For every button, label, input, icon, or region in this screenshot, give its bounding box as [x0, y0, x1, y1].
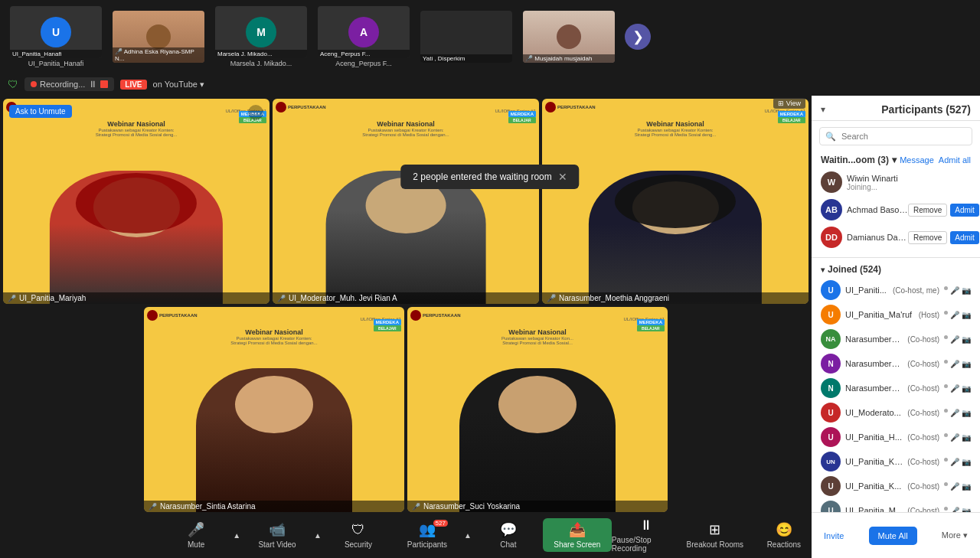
topbar-avatar-4: A: [348, 17, 379, 47]
grid-icon: ⊞: [778, 100, 784, 107]
view-button[interactable]: ⊞ View: [773, 98, 805, 109]
recording-dot: [31, 81, 37, 87]
wb-title-4: Webinar Nasional Pustakawan sebagai Krea…: [144, 328, 404, 345]
admit-btn-3[interactable]: Admit: [950, 231, 979, 244]
topbar-overlay-4: Aceng_Perpus F...: [318, 50, 410, 58]
joined-person-10: U UI_Panitia_M... (Co-host) 🎤 📷: [821, 498, 971, 512]
joined-person-2: U UI_Panitia_Ma'ruf (Host) 🎤 📷: [821, 302, 971, 327]
mute-btn[interactable]: 🎤 Mute: [162, 518, 230, 552]
search-input[interactable]: [819, 127, 972, 145]
joined-avatar-9: U: [821, 476, 841, 496]
webinar-bg-4: PERPUSTAKAAN UL/IOffice Series #1 MERDEK…: [144, 307, 404, 512]
topbar-participant-3: M Marsela J. Mikado... Marsela J. Mikado…: [211, 6, 311, 67]
topbar-overlay-5: Yati , Disperkim: [420, 54, 512, 63]
invite-btn[interactable]: Invite: [824, 531, 844, 540]
remove-btn-2[interactable]: Remove: [908, 204, 947, 217]
joined-role-8: (Co-host): [907, 458, 939, 466]
ask-unmute-btn[interactable]: Ask to Unmute: [9, 105, 72, 118]
reactions-label: Reactions: [767, 540, 801, 549]
ctrl-dot-9: [944, 482, 948, 486]
mute-all-btn[interactable]: Mute All: [869, 527, 917, 545]
chat-btn[interactable]: 💬 Chat: [474, 518, 543, 552]
joined-avatar-3: NA: [821, 329, 841, 349]
remove-btn-3[interactable]: Remove: [908, 231, 947, 244]
youtube-dropdown-icon: ▾: [200, 80, 204, 90]
ctrl-mic-7: 🎤: [950, 433, 959, 442]
topbar-participant-4: A Aceng_Perpus F... Aceng_Perpus F...: [314, 6, 413, 67]
participants-caret[interactable]: ▲: [462, 531, 474, 540]
topbar-participant-6: 🎤 Musjaidah musjaidah: [519, 11, 619, 63]
joined-avatar-4: N: [821, 354, 841, 374]
ctrl-mic-6: 🎤: [950, 409, 959, 417]
joined-person-6: U UI_Moderato... (Co-host) 🎤 📷: [821, 400, 971, 425]
security-icon: 🛡: [351, 522, 365, 538]
mute-caret[interactable]: ▲: [230, 531, 243, 540]
message-btn[interactable]: Message: [900, 155, 934, 165]
close-notification-btn[interactable]: ✕: [558, 171, 567, 183]
tile-mic-icon-5: 🎤: [412, 503, 420, 511]
ctrl-dot-6: [944, 409, 948, 413]
sidebar-collapse-btn[interactable]: ▾: [821, 104, 825, 115]
wb-logo-4: PERPUSTAKAAN: [147, 310, 198, 321]
admit-btn-2[interactable]: Admit: [950, 204, 979, 217]
topbar-next-arrow[interactable]: ❯: [625, 24, 651, 50]
topbar-participant-5: Yati , Disperkim: [416, 11, 516, 63]
video-row-bottom: PERPUSTAKAAN UL/IOffice Series #1 MERDEK…: [3, 307, 808, 512]
webinar-bg-2: PERPUSTAKAAN UL/IOffice Series #1 MERDEK…: [273, 99, 539, 304]
share-screen-btn[interactable]: 📤 Share Screen: [543, 518, 612, 552]
sidebar-title: Participants (527): [881, 103, 971, 116]
ctrl-cam-10: 📷: [962, 507, 971, 513]
stop-icon[interactable]: [100, 80, 108, 88]
joined-chevron[interactable]: ▾: [821, 266, 825, 274]
joined-section: ▾ Joined (524) U UI_Paniti... (Co-host, …: [812, 261, 980, 512]
tile-name-bar-5: 🎤 Narasumber_Suci Yoskarina: [407, 501, 668, 512]
section-divider: [812, 257, 980, 258]
participants-btn[interactable]: 👥 527 Participants: [393, 518, 462, 552]
ctrl-cam-7: 📷: [962, 433, 971, 442]
pause-icon[interactable]: ⏸: [88, 79, 97, 90]
ctrl-cam-5: 📷: [962, 384, 971, 393]
video-btn[interactable]: 📹 Start Video: [243, 518, 312, 552]
joined-name-6: UI_Moderato...: [845, 408, 903, 417]
admit-all-btn[interactable]: Admit all: [939, 155, 971, 165]
joined-controls-9: 🎤 📷: [944, 482, 971, 491]
participants-label: Participants: [407, 540, 447, 549]
wb-title-3: Webinar Nasional Pustakawan sebagai Krea…: [542, 120, 808, 137]
status-bar: 🛡 Recording... ⏸ LIVE on YouTube ▾ 2 peo…: [0, 73, 980, 96]
topbar-video-3: M Marsela J. Mikado...: [215, 6, 307, 58]
video-tile-5: PERPUSTAKAAN UL/IOffice Series #1 MERDEK…: [407, 307, 668, 512]
presenter-5: [459, 368, 616, 512]
topbar-video-5: Yati , Disperkim: [420, 11, 512, 63]
joined-person-9: U UI_Panitia_K... (Co-host) 🎤 📷: [821, 474, 971, 498]
topbar-video-4: A Aceng_Perpus F...: [318, 6, 410, 58]
youtube-label[interactable]: on YouTube ▾: [153, 80, 204, 90]
joined-avatar-6: U: [821, 403, 841, 423]
breakout-rooms-btn[interactable]: ⊞ Breakout Rooms: [681, 518, 750, 552]
waiting-btns-2: Remove Admit: [908, 204, 979, 217]
security-label: Security: [345, 540, 372, 549]
view-label: View: [786, 100, 801, 107]
waiting-person-1: W Wiwin Winarti Joining...: [821, 168, 971, 196]
recording-btn[interactable]: ⏸ Pause/Stop Recording: [612, 514, 681, 556]
search-bar: 🔍: [819, 127, 972, 145]
joined-controls-6: 🎤 📷: [944, 409, 971, 417]
video-caret[interactable]: ▲: [312, 531, 324, 540]
chat-icon: 💬: [500, 521, 517, 538]
security-btn[interactable]: 🛡 Security: [324, 519, 393, 552]
more-btn[interactable]: More ▾: [942, 530, 968, 540]
waiting-chevron[interactable]: ▾: [892, 155, 897, 165]
tile-more-btn-1[interactable]: ···: [248, 105, 263, 120]
ctrl-cam-3: 📷: [962, 335, 971, 344]
chat-label: Chat: [500, 540, 516, 549]
waiting-status-1: Joining...: [847, 183, 898, 191]
joined-role-1: (Co-host, me): [893, 286, 939, 295]
joined-person-7: U UI_Panitia_H... (Co-host) 🎤 📷: [821, 425, 971, 449]
ctrl-cam-2: 📷: [962, 311, 971, 319]
waiting-person-left-2: AB Achmad Basori...: [821, 199, 908, 220]
ctrl-mic-8: 🎤: [950, 458, 959, 466]
live-badge: LIVE: [120, 80, 146, 90]
joined-name-7: UI_Panitia_H...: [845, 432, 903, 442]
breakout-rooms-label: Breakout Rooms: [687, 540, 743, 549]
reactions-btn[interactable]: 😊 Reactions: [750, 518, 818, 552]
waiting-person-3: DD Damianus Dami... Remove Admit: [821, 224, 971, 251]
